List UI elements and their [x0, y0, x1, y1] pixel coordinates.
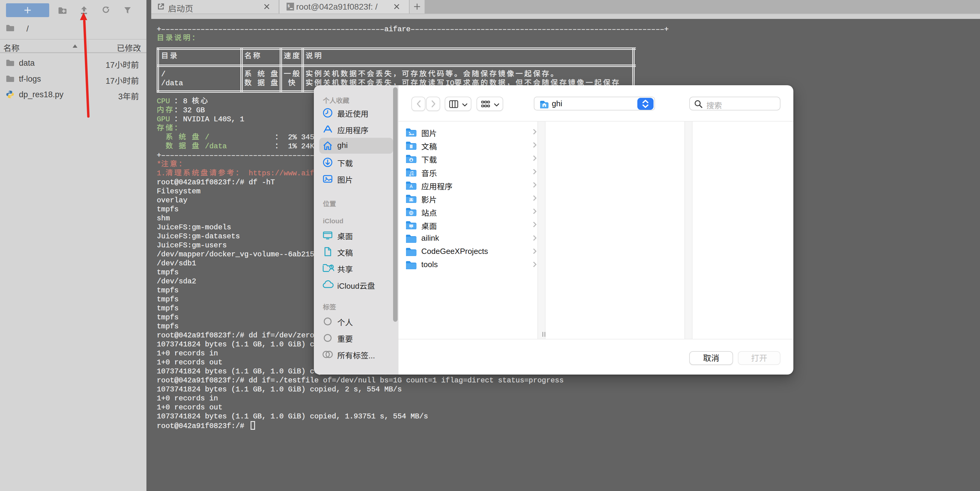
svg-text:$: $ [288, 4, 290, 8]
